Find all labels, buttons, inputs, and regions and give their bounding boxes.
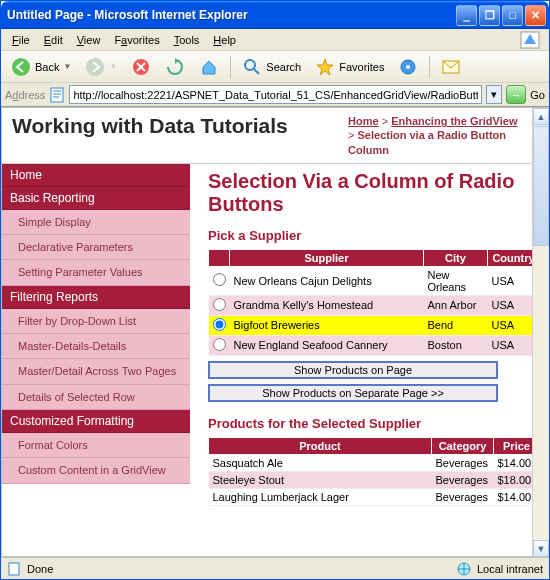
breadcrumb-home[interactable]: Home — [348, 115, 379, 127]
scroll-down-button[interactable]: ▼ — [533, 540, 549, 557]
go-button[interactable]: → — [506, 85, 526, 104]
supplier-radio[interactable] — [213, 273, 226, 286]
table-row: Grandma Kelly's Homestead Ann Arbor USA — [209, 295, 540, 315]
menu-view[interactable]: View — [70, 32, 108, 48]
sidebar-sub-master-detail-two-pages[interactable]: Master/Detail Across Two Pages — [2, 359, 190, 384]
th-supplier: Supplier — [230, 249, 424, 266]
supplier-city: New Orleans — [424, 266, 488, 295]
vertical-scrollbar[interactable]: ▲ ▼ — [532, 108, 549, 557]
page-heading: Selection Via a Column of Radio Buttons — [208, 170, 540, 216]
supplier-radio[interactable] — [213, 318, 226, 331]
refresh-button[interactable] — [159, 54, 191, 80]
site-title: Working with Data Tutorials — [12, 114, 336, 138]
product-category: Beverages — [432, 454, 494, 471]
products-table: Product Category Price Sasquatch Ale Bev… — [208, 437, 540, 506]
back-label: Back — [35, 61, 59, 73]
th-city: City — [424, 249, 488, 266]
pick-supplier-heading: Pick a Supplier — [208, 228, 540, 243]
zone-icon — [457, 562, 471, 576]
status-text: Done — [27, 563, 53, 575]
menu-file[interactable]: File — [5, 32, 37, 48]
restore-button[interactable]: ❐ — [479, 5, 500, 26]
sidebar-item-home[interactable]: Home — [2, 164, 190, 187]
supplier-name: New England Seafood Cannery — [230, 335, 424, 355]
address-dropdown-icon[interactable]: ▾ — [486, 85, 502, 104]
suppliers-table: Supplier City Country New Orleans Cajun … — [208, 249, 540, 356]
breadcrumb-enhancing[interactable]: Enhancing the GridView — [391, 115, 517, 127]
menubar: File Edit View Favorites Tools Help — [1, 29, 549, 51]
supplier-radio[interactable] — [213, 298, 226, 311]
status-page-icon — [7, 562, 21, 576]
page-type-icon — [49, 87, 65, 103]
menu-tools[interactable]: Tools — [167, 32, 207, 48]
media-button[interactable] — [392, 54, 424, 80]
sidebar-sub-custom-content-gridview[interactable]: Custom Content in a GridView — [2, 458, 190, 483]
sidebar-sub-master-details[interactable]: Master-Details-Details — [2, 334, 190, 359]
sidebar-sub-details-selected-row[interactable]: Details of Selected Row — [2, 385, 190, 410]
refresh-icon — [165, 57, 185, 77]
menu-favorites[interactable]: Favorites — [107, 32, 166, 48]
sidebar: Home Basic Reporting Simple Display Decl… — [2, 164, 190, 556]
zone-text: Local intranet — [477, 563, 543, 575]
svg-point-2 — [86, 58, 104, 76]
titlebar[interactable]: Untitled Page - Microsoft Internet Explo… — [1, 1, 549, 29]
search-button[interactable]: Search — [236, 54, 307, 80]
table-row: Steeleye Stout Beverages $18.00 — [209, 471, 540, 488]
supplier-name: Bigfoot Breweries — [230, 315, 424, 335]
menu-edit[interactable]: Edit — [37, 32, 70, 48]
close-button[interactable]: ✕ — [525, 5, 546, 26]
show-products-on-page-button[interactable]: Show Products on Page — [208, 361, 498, 379]
svg-point-1 — [12, 58, 30, 76]
back-dropdown-icon: ▼ — [63, 62, 71, 71]
back-arrow-icon — [11, 57, 31, 77]
back-button[interactable]: Back ▼ — [5, 54, 77, 80]
supplier-radio[interactable] — [213, 338, 226, 351]
svg-rect-9 — [9, 563, 19, 575]
ie-window: Untitled Page - Microsoft Internet Explo… — [0, 0, 550, 580]
sidebar-sub-setting-parameter-values[interactable]: Setting Parameter Values — [2, 260, 190, 285]
home-icon — [199, 57, 219, 77]
stop-icon — [131, 57, 151, 77]
products-heading: Products for the Selected Supplier — [208, 416, 540, 431]
show-products-separate-page-button[interactable]: Show Products on Separate Page >> — [208, 384, 498, 402]
sidebar-item-basic-reporting[interactable]: Basic Reporting — [2, 187, 190, 210]
sidebar-item-custom-formatting[interactable]: Customized Formatting — [2, 410, 190, 433]
table-row: New England Seafood Cannery Boston USA — [209, 335, 540, 355]
address-input[interactable] — [69, 85, 482, 104]
address-bar: Address ▾ → Go — [1, 83, 549, 107]
table-header-row: Product Category Price — [209, 437, 540, 454]
th-product: Product — [209, 437, 432, 454]
toolbar-divider — [230, 56, 231, 78]
table-row: New Orleans Cajun Delights New Orleans U… — [209, 266, 540, 295]
minimize-button[interactable]: ‗ — [456, 5, 477, 26]
window-title: Untitled Page - Microsoft Internet Explo… — [7, 8, 454, 22]
page-content: Working with Data Tutorials Home > Enhan… — [1, 107, 549, 557]
table-row: Bigfoot Breweries Bend USA — [209, 315, 540, 335]
svg-point-6 — [406, 65, 410, 69]
scroll-up-button[interactable]: ▲ — [533, 108, 549, 125]
favorites-button[interactable]: Favorites — [309, 54, 390, 80]
main-content: Selection Via a Column of Radio Buttons … — [190, 164, 548, 556]
sidebar-sub-declarative-parameters[interactable]: Declarative Parameters — [2, 235, 190, 260]
product-category: Beverages — [432, 471, 494, 488]
forward-button[interactable]: ▼ — [79, 54, 123, 80]
address-label: Address — [5, 89, 45, 101]
toolbar: Back ▼ ▼ Search Favorites — [1, 51, 549, 83]
mail-button[interactable] — [435, 54, 467, 80]
home-button[interactable] — [193, 54, 225, 80]
menu-help[interactable]: Help — [206, 32, 243, 48]
ie-logo-icon — [515, 29, 545, 51]
supplier-city: Boston — [424, 335, 488, 355]
favorites-star-icon — [315, 57, 335, 77]
sidebar-sub-filter-dropdown[interactable]: Filter by Drop-Down List — [2, 309, 190, 334]
maximize-button[interactable]: □ — [502, 5, 523, 26]
scroll-thumb[interactable] — [533, 126, 549, 246]
search-label: Search — [266, 61, 301, 73]
stop-button[interactable] — [125, 54, 157, 80]
supplier-name: New Orleans Cajun Delights — [230, 266, 424, 295]
search-icon — [242, 57, 262, 77]
sidebar-sub-format-colors[interactable]: Format Colors — [2, 433, 190, 458]
sidebar-sub-simple-display[interactable]: Simple Display — [2, 210, 190, 235]
sidebar-item-filtering[interactable]: Filtering Reports — [2, 286, 190, 309]
table-row: Sasquatch Ale Beverages $14.00 — [209, 454, 540, 471]
